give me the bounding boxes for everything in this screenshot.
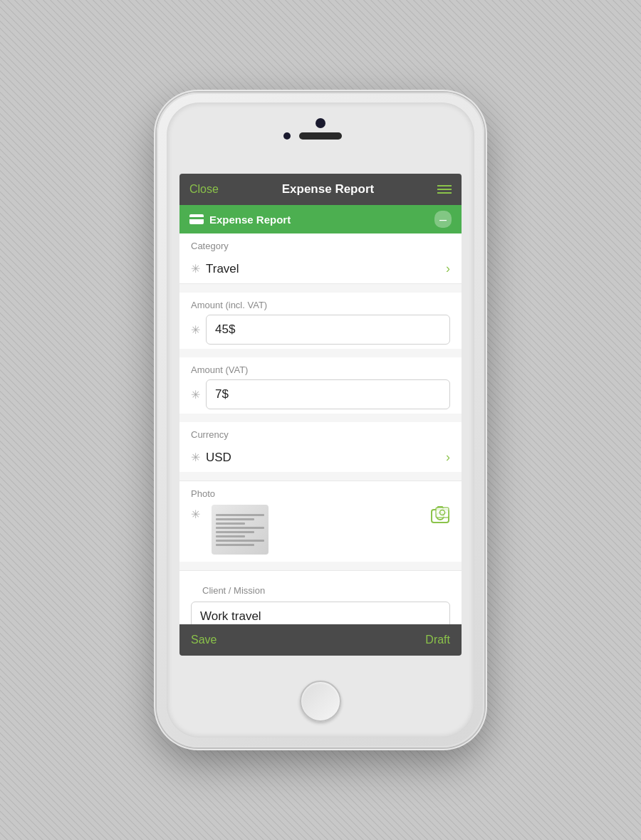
currency-chevron-icon: ›	[446, 450, 450, 465]
required-star-currency: ✳	[191, 451, 200, 464]
currency-value: USD	[206, 451, 446, 465]
required-star-photo: ✳	[191, 508, 200, 521]
required-star-category: ✳	[191, 262, 200, 275]
front-camera	[283, 132, 291, 140]
client-mission-input[interactable]	[191, 602, 450, 624]
section-header: Expense Report –	[179, 205, 462, 233]
menu-line-1	[437, 185, 452, 187]
divider-5	[179, 562, 462, 570]
receipt-line	[216, 535, 245, 537]
receipt-line	[216, 540, 264, 542]
photo-left: ✳	[191, 505, 269, 555]
amount-vat-input-row: ✳	[179, 378, 462, 411]
currency-row[interactable]: ✳ USD ›	[179, 443, 462, 472]
expense-card-icon	[189, 214, 204, 224]
currency-group: Currency ✳ USD ›	[179, 422, 462, 472]
photo-label: Photo	[191, 488, 450, 499]
receipt-line	[216, 523, 245, 525]
form-content: Category ✳ Travel › Amount (incl. VAT) ✳	[179, 233, 462, 624]
category-row[interactable]: ✳ Travel ›	[179, 254, 462, 284]
menu-line-2	[437, 189, 452, 190]
phone-frame: Close Expense Report Expense Report –	[157, 93, 484, 747]
photo-row: ✳	[191, 505, 450, 555]
divider-3	[179, 414, 462, 422]
phone-inner: Close Expense Report Expense Report –	[167, 103, 474, 737]
receipt-thumbnail[interactable]	[212, 505, 269, 555]
camera-sensor	[316, 118, 325, 128]
receipt-preview	[212, 510, 269, 550]
amount-incl-vat-input[interactable]	[206, 315, 450, 345]
nav-title: Expense Report	[282, 182, 374, 196]
client-mission-label: Client / Mission	[191, 578, 450, 599]
photo-group: Photo ✳	[179, 481, 462, 562]
category-value: Travel	[206, 262, 446, 276]
divider-1	[179, 284, 462, 293]
nav-bar: Close Expense Report	[179, 174, 462, 205]
client-mission-group: Client / Mission	[179, 570, 462, 624]
save-button[interactable]: Save	[191, 634, 217, 646]
amount-incl-vat-input-row: ✳	[179, 313, 462, 346]
section-header-left: Expense Report	[189, 214, 291, 226]
divider-2	[179, 349, 462, 357]
menu-button[interactable]	[437, 185, 452, 194]
required-star-vat: ✳	[191, 388, 200, 401]
close-button[interactable]: Close	[189, 183, 219, 196]
category-chevron-icon: ›	[446, 261, 450, 276]
divider-4	[179, 472, 462, 481]
currency-label: Currency	[179, 422, 462, 443]
category-label: Category	[179, 233, 462, 254]
required-star-amount: ✳	[191, 323, 200, 337]
amount-incl-vat-group: Amount (incl. VAT) ✳	[179, 293, 462, 349]
home-button[interactable]	[300, 681, 341, 722]
draft-button[interactable]: Draft	[425, 634, 450, 646]
amount-vat-input[interactable]	[206, 379, 450, 409]
screen: Close Expense Report Expense Report –	[179, 174, 462, 656]
svg-rect-3	[436, 508, 449, 518]
section-header-title: Expense Report	[209, 214, 291, 226]
collapse-button[interactable]: –	[434, 211, 452, 228]
receipt-line	[216, 531, 254, 533]
amount-incl-vat-label: Amount (incl. VAT)	[179, 293, 462, 313]
receipt-line	[216, 514, 264, 516]
camera-button[interactable]	[430, 505, 450, 529]
bottom-bar: Save Draft	[179, 624, 462, 656]
category-group: Category ✳ Travel ›	[179, 233, 462, 284]
amount-vat-label: Amount (VAT)	[179, 357, 462, 378]
menu-line-3	[437, 192, 452, 194]
receipt-line	[216, 544, 254, 546]
receipt-line	[216, 527, 264, 529]
amount-vat-group: Amount (VAT) ✳	[179, 357, 462, 414]
receipt-line	[216, 518, 254, 520]
speaker	[299, 132, 342, 140]
